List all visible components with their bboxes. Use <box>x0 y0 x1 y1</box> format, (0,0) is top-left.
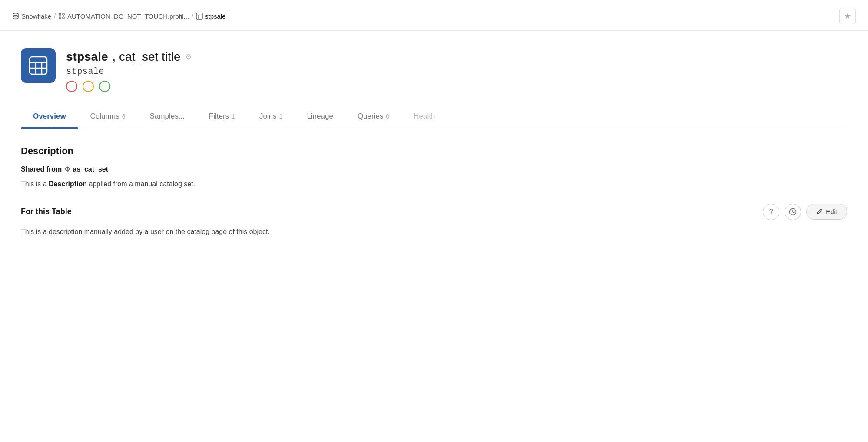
tab-health[interactable]: Health <box>401 106 447 128</box>
table-icon-small <box>196 13 203 20</box>
shared-from-row: Shared from ⚙ as_cat_set <box>21 165 847 173</box>
star-button[interactable]: ★ <box>839 8 856 24</box>
for-table-title: For this Table <box>21 207 72 216</box>
help-button[interactable]: ? <box>763 204 779 220</box>
breadcrumb-item-stpsale[interactable]: stpsale <box>196 13 226 20</box>
breadcrumb: Snowflake / AUTOMATION_DO_NOT_TOUCH.prof… <box>12 13 226 20</box>
database-icon <box>12 13 19 20</box>
for-table-actions: ? Edit <box>763 204 847 220</box>
tab-overview[interactable]: Overview <box>21 106 78 128</box>
entity-info: stpsale , cat_set title ⚙ stpsale <box>66 48 192 92</box>
tab-samples-label: Samples... <box>150 112 185 121</box>
entity-icon <box>21 48 56 83</box>
for-table-section: For this Table ? <box>21 204 847 237</box>
entity-cat-label: , cat_set title <box>113 50 181 64</box>
tab-filters[interactable]: Filters 1 <box>197 106 247 128</box>
breadcrumb-sep-2: / <box>192 13 193 20</box>
tab-overview-label: Overview <box>33 112 66 121</box>
breadcrumb-stpsale-label: stpsale <box>205 13 226 20</box>
shared-from-label: Shared from <box>21 165 62 173</box>
tab-samples[interactable]: Samples... <box>138 106 197 128</box>
tab-joins-badge: 1 <box>279 113 283 120</box>
tab-filters-label: Filters <box>209 112 229 121</box>
svg-rect-1 <box>59 13 61 15</box>
schema-icon <box>58 13 65 20</box>
tab-joins[interactable]: Joins 1 <box>247 106 295 128</box>
pencil-icon <box>816 208 823 215</box>
breadcrumb-sep-1: / <box>54 13 56 20</box>
description-section-title: Description <box>21 145 847 157</box>
tab-filters-badge: 1 <box>232 113 235 120</box>
edit-button[interactable]: Edit <box>806 204 847 220</box>
breadcrumb-automation-label: AUTOMATION_DO_NOT_TOUCH.profil... <box>67 13 189 20</box>
shared-from-gear-icon: ⚙ <box>64 165 70 173</box>
circle-red[interactable] <box>66 81 77 92</box>
svg-rect-4 <box>63 17 64 19</box>
tab-content-overview: Description Shared from ⚙ as_cat_set Thi… <box>21 128 847 237</box>
breadcrumb-item-automation[interactable]: AUTOMATION_DO_NOT_TOUCH.profil... <box>58 13 189 20</box>
for-table-header: For this Table ? <box>21 204 847 220</box>
edit-button-label: Edit <box>826 208 837 215</box>
breadcrumb-item-snowflake[interactable]: Snowflake <box>12 13 51 20</box>
entity-circles <box>66 81 192 92</box>
page-content: stpsale , cat_set title ⚙ stpsale Overvi… <box>0 31 868 254</box>
tab-queries-label: Queries <box>358 112 384 121</box>
circle-yellow[interactable] <box>83 81 94 92</box>
entity-header: stpsale , cat_set title ⚙ stpsale <box>21 48 847 92</box>
entity-subtitle: stpsale <box>66 66 192 76</box>
svg-point-0 <box>13 13 18 16</box>
history-button[interactable] <box>785 204 801 220</box>
clock-icon <box>789 208 797 216</box>
entity-name: stpsale <box>66 50 108 64</box>
breadcrumb-bar: Snowflake / AUTOMATION_DO_NOT_TOUCH.prof… <box>0 0 868 31</box>
for-table-description: This is a description manually added by … <box>21 226 847 237</box>
breadcrumb-snowflake-label: Snowflake <box>21 13 51 20</box>
tab-queries[interactable]: Queries 0 <box>345 106 401 128</box>
tab-lineage-label: Lineage <box>307 112 333 121</box>
tab-joins-label: Joins <box>259 112 277 121</box>
settings-icon[interactable]: ⚙ <box>185 52 192 62</box>
svg-rect-5 <box>196 13 202 19</box>
tab-queries-badge: 0 <box>386 113 389 120</box>
entity-table-icon <box>28 55 49 76</box>
shared-description: This is a Description applied from a man… <box>21 178 847 190</box>
tab-lineage[interactable]: Lineage <box>295 106 345 128</box>
tab-health-label: Health <box>414 112 435 121</box>
svg-rect-8 <box>30 57 47 74</box>
tab-columns-badge: 6 <box>122 113 126 120</box>
tab-nav: Overview Columns 6 Samples... Filters 1 … <box>21 106 847 128</box>
shared-from-name: as_cat_set <box>73 165 108 173</box>
entity-title-row: stpsale , cat_set title ⚙ <box>66 50 192 64</box>
svg-rect-3 <box>59 17 61 19</box>
svg-rect-2 <box>63 13 64 15</box>
tab-columns[interactable]: Columns 6 <box>78 106 138 128</box>
question-icon: ? <box>769 208 773 216</box>
circle-green[interactable] <box>99 81 110 92</box>
tab-columns-label: Columns <box>90 112 119 121</box>
